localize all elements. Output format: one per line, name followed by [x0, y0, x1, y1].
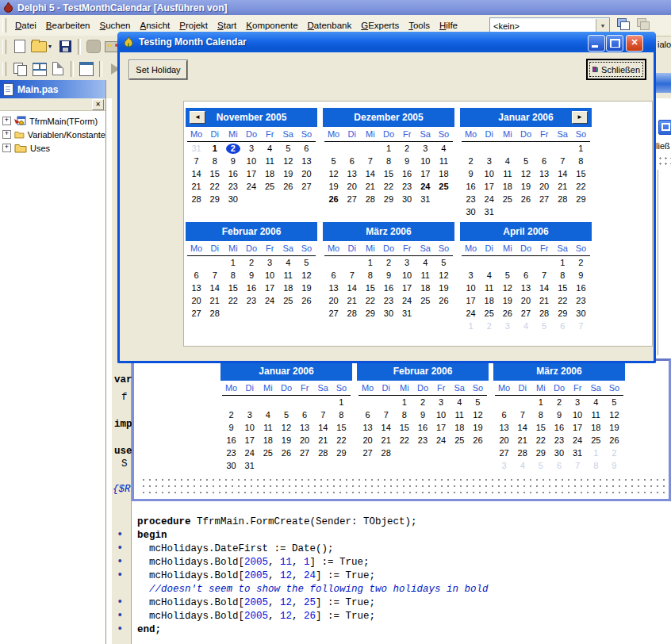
open-dropdown-icon[interactable]: ▾ — [48, 43, 56, 50]
day-cell[interactable]: 21 — [187, 180, 205, 193]
day-cell[interactable]: 4 — [498, 155, 516, 167]
day-cell[interactable]: 1 — [572, 142, 590, 155]
day-cell[interactable]: 11 — [451, 408, 469, 421]
day-cell[interactable]: 10 — [480, 167, 498, 180]
day-cell[interactable]: 4 — [279, 256, 297, 269]
day-cell[interactable]: 23 — [413, 434, 431, 447]
day-cell[interactable]: 26 — [297, 294, 316, 307]
day-cell[interactable]: 31 — [398, 307, 416, 320]
day-cell[interactable]: 20 — [296, 434, 314, 447]
day-cell[interactable]: 4 — [259, 408, 277, 421]
day-cell[interactable]: 4 — [587, 396, 605, 408]
day-cell[interactable]: 16 — [462, 180, 480, 193]
day-cell[interactable]: 1 — [462, 320, 480, 332]
day-cell[interactable]: 13 — [296, 421, 314, 434]
day-cell[interactable]: 16 — [550, 421, 568, 434]
day-cell[interactable]: 28 — [205, 307, 224, 320]
day-cell[interactable]: 29 — [205, 193, 224, 205]
day-cell[interactable]: 12 — [277, 421, 295, 434]
day-cell[interactable]: 8 — [379, 155, 397, 167]
day-cell[interactable]: 10 — [242, 155, 260, 167]
day-cell[interactable]: 6 — [297, 142, 316, 155]
expand-icon[interactable]: + — [2, 130, 11, 139]
day-cell[interactable]: 4 — [516, 320, 535, 332]
menu-item[interactable]: Start — [213, 18, 241, 33]
day-cell[interactable]: 8 — [587, 459, 605, 472]
background-form-window[interactable]: Januar 2006MoDiMiDoFrSaSo123456789101112… — [132, 358, 671, 501]
day-cell[interactable]: 27 — [296, 447, 314, 459]
day-cell[interactable]: 11 — [587, 408, 605, 421]
day-cell[interactable]: 31 — [416, 193, 435, 205]
day-cell[interactable]: 10 — [261, 269, 279, 282]
day-cell[interactable]: 6 — [324, 269, 343, 282]
day-cell[interactable]: 1 — [361, 256, 379, 269]
day-cell[interactable]: 24 — [569, 434, 587, 447]
day-cell[interactable]: 14 — [535, 282, 554, 294]
calendar-januar-2006-background[interactable]: Januar 2006MoDiMiDoFrSaSo123456789101112… — [220, 362, 352, 472]
day-cell[interactable]: 13 — [495, 421, 513, 434]
schliessen-button[interactable]: Schließen — [586, 59, 646, 80]
day-cell[interactable]: 9 — [605, 459, 623, 472]
day-cell[interactable]: 19 — [498, 294, 516, 307]
day-cell[interactable]: 3 — [480, 155, 498, 167]
day-cell[interactable]: 11 — [416, 269, 435, 282]
day-cell[interactable]: 19 — [324, 180, 343, 193]
day-cell[interactable]: 18 — [416, 282, 435, 294]
day-cell[interactable]: 17 — [569, 421, 587, 434]
day-cell[interactable]: 10 — [432, 408, 451, 421]
day-cell[interactable]: 30 — [398, 193, 416, 205]
day-cell[interactable]: 28 — [513, 447, 531, 459]
day-cell[interactable]: 28 — [314, 447, 332, 459]
day-cell[interactable]: 27 — [535, 193, 554, 205]
calendar-dezember-2005[interactable]: Dezember 2005MoDiMiDoFrSaSo1234567891011… — [323, 108, 454, 218]
toolbar-grip[interactable] — [2, 40, 6, 54]
day-cell[interactable]: 20 — [516, 294, 535, 307]
tree-item-tfrmmain[interactable]: + TfrmMain(TForm) — [0, 114, 105, 128]
day-cell[interactable]: 24 — [398, 294, 416, 307]
day-cell[interactable]: 26 — [469, 434, 487, 447]
day-cell[interactable]: 21 — [554, 180, 572, 193]
day-cell[interactable]: 10 — [398, 269, 416, 282]
day-cell[interactable]: 13 — [324, 282, 343, 294]
expand-icon[interactable]: + — [2, 117, 11, 125]
set-holiday-button[interactable]: Set Holiday — [129, 60, 187, 79]
calendar-februar-2006-background[interactable]: Februar 2006MoDiMiDoFrSaSo12345678910111… — [357, 362, 489, 472]
calendar-april-2006[interactable]: April 2006MoDiMiDoFrSaSo1234567891011121… — [460, 222, 592, 332]
day-cell[interactable]: 25 — [435, 180, 453, 193]
day-cell[interactable]: 7 — [572, 320, 590, 332]
day-cell[interactable]: 23 — [379, 294, 397, 307]
day-cell[interactable]: 9 — [413, 408, 431, 421]
day-cell[interactable]: 7 — [554, 155, 572, 167]
day-cell[interactable]: 26 — [605, 434, 623, 447]
day-cell[interactable]: 21 — [377, 434, 395, 447]
day-cell[interactable]: 15 — [379, 167, 397, 180]
day-cell[interactable]: 2 — [413, 396, 431, 408]
day-cell[interactable]: 18 — [451, 421, 469, 434]
day-cell[interactable]: 14 — [187, 167, 205, 180]
day-cell[interactable]: 9 — [379, 269, 397, 282]
day-cell[interactable]: 2 — [572, 256, 590, 269]
day-cell[interactable]: 23 — [572, 294, 590, 307]
day-cell[interactable]: 24 — [261, 294, 279, 307]
day-cell[interactable]: 16 — [379, 282, 397, 294]
day-cell[interactable]: 28 — [361, 193, 379, 205]
day-cell[interactable]: 1 — [205, 142, 224, 155]
day-cell[interactable]: 7 — [535, 269, 554, 282]
day-cell[interactable]: 5 — [469, 396, 487, 408]
day-cell[interactable]: 16 — [242, 282, 260, 294]
day-cell[interactable]: 15 — [224, 282, 242, 294]
day-cell[interactable]: 11 — [259, 421, 277, 434]
day-cell[interactable]: 6 — [550, 459, 568, 472]
day-cell[interactable]: 29 — [379, 193, 397, 205]
day-cell[interactable]: 3 — [261, 256, 279, 269]
day-cell[interactable]: 21 — [343, 294, 361, 307]
day-cell[interactable]: 4 — [480, 269, 498, 282]
menu-item[interactable]: Komponente — [241, 18, 302, 33]
day-cell[interactable]: 16 — [572, 282, 590, 294]
day-cell[interactable]: 22 — [224, 294, 242, 307]
day-cell[interactable]: 26 — [277, 447, 295, 459]
day-cell[interactable]: 10 — [240, 421, 259, 434]
day-cell[interactable]: 14 — [554, 167, 572, 180]
calendar-maerz-2006[interactable]: März 2006MoDiMiDoFrSaSo12345678910111213… — [323, 222, 454, 332]
next-month-button[interactable]: ► — [572, 111, 588, 124]
